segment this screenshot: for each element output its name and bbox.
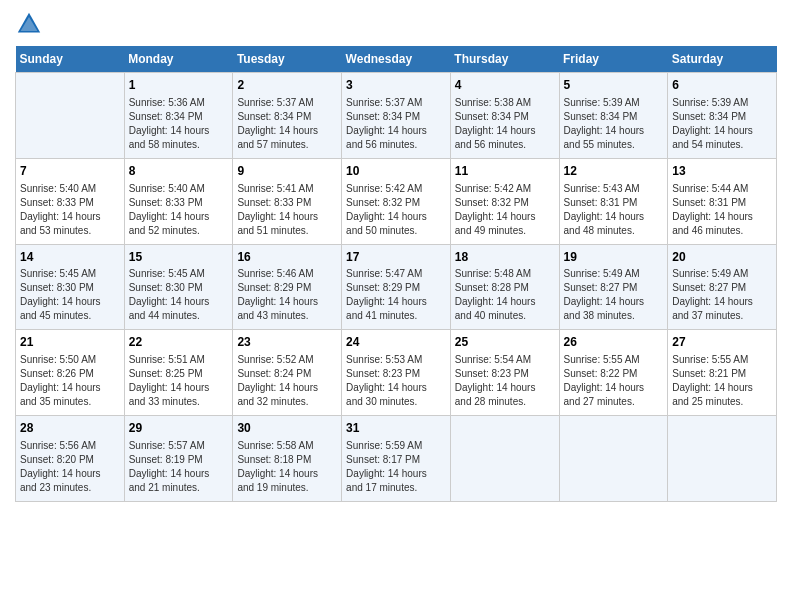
day-cell: 22Sunrise: 5:51 AMSunset: 8:25 PMDayligh…	[124, 330, 233, 416]
day-number: 7	[20, 163, 120, 180]
day-cell: 16Sunrise: 5:46 AMSunset: 8:29 PMDayligh…	[233, 244, 342, 330]
day-info-line: Daylight: 14 hours	[346, 295, 446, 309]
day-number: 24	[346, 334, 446, 351]
day-cell: 18Sunrise: 5:48 AMSunset: 8:28 PMDayligh…	[450, 244, 559, 330]
week-row-1: 1Sunrise: 5:36 AMSunset: 8:34 PMDaylight…	[16, 73, 777, 159]
day-info-line: Sunset: 8:31 PM	[672, 196, 772, 210]
day-info-line: Daylight: 14 hours	[564, 124, 664, 138]
day-cell: 5Sunrise: 5:39 AMSunset: 8:34 PMDaylight…	[559, 73, 668, 159]
day-info-line: Sunrise: 5:59 AM	[346, 439, 446, 453]
day-info-line: Sunset: 8:21 PM	[672, 367, 772, 381]
day-info-line: Sunset: 8:29 PM	[237, 281, 337, 295]
day-info-line: Sunrise: 5:43 AM	[564, 182, 664, 196]
day-info-line: and 41 minutes.	[346, 309, 446, 323]
header-cell-tuesday: Tuesday	[233, 46, 342, 73]
page: SundayMondayTuesdayWednesdayThursdayFrid…	[0, 0, 792, 612]
day-info-line: Daylight: 14 hours	[20, 295, 120, 309]
day-info-line: Daylight: 14 hours	[672, 381, 772, 395]
day-number: 14	[20, 249, 120, 266]
day-info-line: Sunset: 8:26 PM	[20, 367, 120, 381]
day-cell: 2Sunrise: 5:37 AMSunset: 8:34 PMDaylight…	[233, 73, 342, 159]
day-number: 23	[237, 334, 337, 351]
day-info-line: Sunset: 8:31 PM	[564, 196, 664, 210]
day-number: 20	[672, 249, 772, 266]
day-info-line: Daylight: 14 hours	[672, 124, 772, 138]
day-info-line: Sunrise: 5:48 AM	[455, 267, 555, 281]
day-info-line: and 45 minutes.	[20, 309, 120, 323]
day-number: 3	[346, 77, 446, 94]
day-cell	[16, 73, 125, 159]
day-info-line: Sunrise: 5:42 AM	[346, 182, 446, 196]
day-cell	[668, 416, 777, 502]
day-info-line: Sunrise: 5:55 AM	[672, 353, 772, 367]
day-info-line: Sunrise: 5:44 AM	[672, 182, 772, 196]
day-info-line: Daylight: 14 hours	[564, 295, 664, 309]
week-row-3: 14Sunrise: 5:45 AMSunset: 8:30 PMDayligh…	[16, 244, 777, 330]
day-cell: 12Sunrise: 5:43 AMSunset: 8:31 PMDayligh…	[559, 158, 668, 244]
day-info-line: Sunset: 8:34 PM	[672, 110, 772, 124]
day-cell: 10Sunrise: 5:42 AMSunset: 8:32 PMDayligh…	[342, 158, 451, 244]
day-info-line: Sunrise: 5:49 AM	[564, 267, 664, 281]
day-info-line: and 50 minutes.	[346, 224, 446, 238]
day-info-line: and 21 minutes.	[129, 481, 229, 495]
day-info-line: Sunset: 8:34 PM	[346, 110, 446, 124]
day-info-line: Sunset: 8:19 PM	[129, 453, 229, 467]
week-row-5: 28Sunrise: 5:56 AMSunset: 8:20 PMDayligh…	[16, 416, 777, 502]
day-info-line: Sunrise: 5:53 AM	[346, 353, 446, 367]
logo-icon	[15, 10, 43, 38]
day-info-line: Sunset: 8:34 PM	[129, 110, 229, 124]
day-info-line: and 49 minutes.	[455, 224, 555, 238]
day-cell: 26Sunrise: 5:55 AMSunset: 8:22 PMDayligh…	[559, 330, 668, 416]
header-cell-saturday: Saturday	[668, 46, 777, 73]
calendar-table: SundayMondayTuesdayWednesdayThursdayFrid…	[15, 46, 777, 502]
day-info-line: and 30 minutes.	[346, 395, 446, 409]
day-info-line: and 40 minutes.	[455, 309, 555, 323]
day-cell: 6Sunrise: 5:39 AMSunset: 8:34 PMDaylight…	[668, 73, 777, 159]
day-number: 28	[20, 420, 120, 437]
day-cell: 11Sunrise: 5:42 AMSunset: 8:32 PMDayligh…	[450, 158, 559, 244]
day-info-line: Sunrise: 5:41 AM	[237, 182, 337, 196]
day-number: 26	[564, 334, 664, 351]
day-cell: 27Sunrise: 5:55 AMSunset: 8:21 PMDayligh…	[668, 330, 777, 416]
day-info-line: and 38 minutes.	[564, 309, 664, 323]
day-info-line: Sunset: 8:30 PM	[20, 281, 120, 295]
day-number: 25	[455, 334, 555, 351]
day-cell: 13Sunrise: 5:44 AMSunset: 8:31 PMDayligh…	[668, 158, 777, 244]
day-number: 15	[129, 249, 229, 266]
day-info-line: and 17 minutes.	[346, 481, 446, 495]
day-info-line: Daylight: 14 hours	[455, 295, 555, 309]
day-cell	[450, 416, 559, 502]
day-info-line: and 56 minutes.	[346, 138, 446, 152]
day-cell: 31Sunrise: 5:59 AMSunset: 8:17 PMDayligh…	[342, 416, 451, 502]
day-info-line: and 35 minutes.	[20, 395, 120, 409]
day-info-line: Sunset: 8:33 PM	[20, 196, 120, 210]
day-number: 17	[346, 249, 446, 266]
day-info-line: Sunrise: 5:45 AM	[20, 267, 120, 281]
header-cell-wednesday: Wednesday	[342, 46, 451, 73]
day-cell: 15Sunrise: 5:45 AMSunset: 8:30 PMDayligh…	[124, 244, 233, 330]
day-info-line: Daylight: 14 hours	[20, 381, 120, 395]
day-number: 16	[237, 249, 337, 266]
day-info-line: and 28 minutes.	[455, 395, 555, 409]
day-number: 11	[455, 163, 555, 180]
day-number: 2	[237, 77, 337, 94]
day-cell: 19Sunrise: 5:49 AMSunset: 8:27 PMDayligh…	[559, 244, 668, 330]
day-info-line: Sunrise: 5:37 AM	[237, 96, 337, 110]
day-info-line: and 32 minutes.	[237, 395, 337, 409]
day-info-line: Daylight: 14 hours	[237, 467, 337, 481]
day-number: 10	[346, 163, 446, 180]
day-info-line: Daylight: 14 hours	[237, 124, 337, 138]
day-info-line: and 56 minutes.	[455, 138, 555, 152]
day-number: 27	[672, 334, 772, 351]
day-info-line: Sunset: 8:25 PM	[129, 367, 229, 381]
day-number: 31	[346, 420, 446, 437]
day-info-line: Daylight: 14 hours	[237, 381, 337, 395]
day-info-line: Sunrise: 5:56 AM	[20, 439, 120, 453]
day-info-line: Daylight: 14 hours	[346, 467, 446, 481]
day-info-line: Sunset: 8:27 PM	[672, 281, 772, 295]
day-info-line: Sunrise: 5:40 AM	[20, 182, 120, 196]
day-info-line: Daylight: 14 hours	[129, 210, 229, 224]
day-info-line: Sunset: 8:23 PM	[346, 367, 446, 381]
day-info-line: Daylight: 14 hours	[129, 467, 229, 481]
day-info-line: Sunrise: 5:54 AM	[455, 353, 555, 367]
